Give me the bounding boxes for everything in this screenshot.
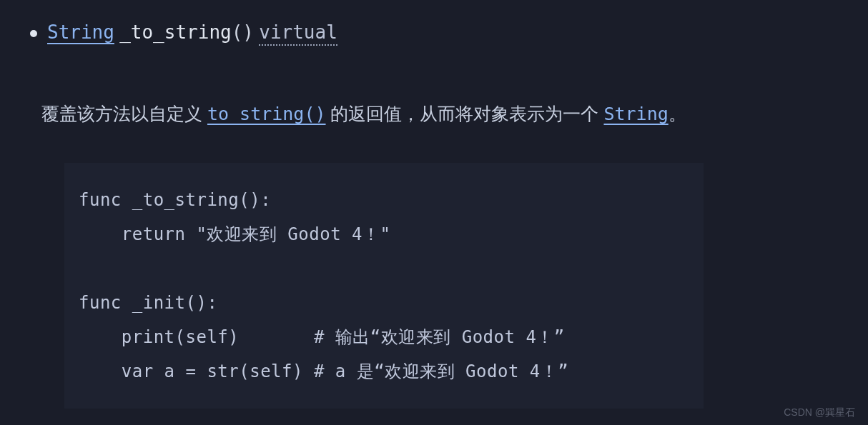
- watermark: CSDN @巽星石: [784, 406, 855, 419]
- qualifier-virtual: virtual: [259, 21, 337, 46]
- string-type-link[interactable]: String: [603, 104, 668, 124]
- code-example: func _to_string(): return "欢迎来到 Godot 4！…: [64, 163, 704, 409]
- bullet-icon: [30, 30, 37, 37]
- return-type-link[interactable]: String: [47, 21, 114, 43]
- desc-text-mid: 的返回值，从而将对象表示为一个: [326, 104, 604, 124]
- method-description: 覆盖该方法以自定义 to_string() 的返回值，从而将对象表示为一个 St…: [41, 99, 832, 129]
- method-name: _to_string: [119, 21, 232, 43]
- signature-text: String _to_string () virtual: [47, 21, 337, 46]
- desc-text-prefix: 覆盖该方法以自定义: [41, 104, 207, 124]
- method-parens: (): [232, 21, 254, 43]
- desc-text-suffix: 。: [669, 104, 686, 124]
- method-signature: String _to_string () virtual: [29, 21, 832, 46]
- to-string-link[interactable]: to_string(): [207, 104, 326, 124]
